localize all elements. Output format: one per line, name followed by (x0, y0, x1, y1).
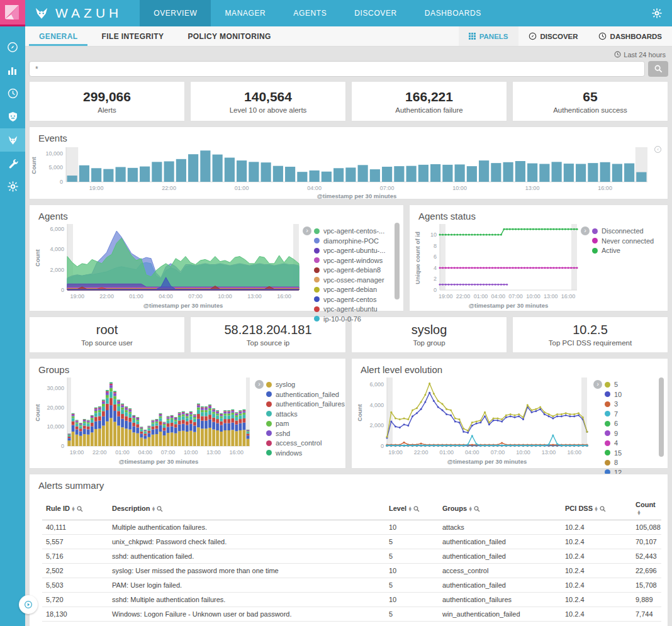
legend-toggle-icon[interactable]: › (255, 380, 264, 389)
kibana-logo[interactable] (0, 0, 25, 26)
tab-file-integrity[interactable]: FILE INTEGRITY (91, 26, 174, 46)
legend-item[interactable]: diamorphine-POC (314, 237, 385, 245)
legend-item[interactable]: 5 (605, 381, 622, 388)
nav-item-agents[interactable]: AGENTS (279, 0, 340, 26)
nav-item-dashboards[interactable]: DASHBOARDS (411, 0, 495, 26)
svg-text:07:00: 07:00 (188, 293, 203, 299)
legend-toggle-icon[interactable]: › (593, 380, 602, 389)
discover-button[interactable]: DISCOVER (518, 26, 588, 46)
sidebar-item-management[interactable] (0, 175, 25, 198)
column-search-icon[interactable] (474, 506, 480, 512)
legend-color-dot (266, 450, 272, 456)
sidebar-item-visualize[interactable] (0, 59, 25, 82)
sort-icon[interactable]: ▲▼ (152, 506, 156, 511)
table-cell: 52,443 (632, 549, 661, 564)
panel-title: Alerts summary (30, 474, 668, 491)
page: WAZUH OVERVIEW MANAGER AGENTS DISCOVER D… (0, 0, 672, 626)
column-header-description[interactable]: Description▲▼ (108, 498, 385, 520)
legend-item[interactable]: vpc-agent-ubuntu (314, 305, 385, 313)
column-search-icon[interactable] (413, 506, 420, 512)
search-button[interactable] (648, 61, 668, 77)
legend-item[interactable]: 10 (605, 391, 622, 398)
sort-icon[interactable]: ▲▼ (594, 506, 598, 511)
legend-item[interactable]: 15 (605, 449, 622, 457)
legend-item[interactable]: ip-10-0-0-76 (314, 315, 385, 323)
legend-item[interactable]: Never connected (592, 237, 654, 245)
settings-gear-button[interactable] (652, 8, 662, 18)
metric-value: 58.218.204.181 (224, 323, 311, 337)
groups-chart: 010,00020,00030,00019:0022:0001:0004:000… (33, 376, 255, 467)
column-header-pci-dss[interactable]: PCI DSS▲▼ (561, 498, 632, 520)
sidebar-item-dev-tools[interactable] (0, 152, 25, 175)
legend-item[interactable]: sshd (266, 430, 345, 437)
alerts-summary-table: Rule ID▲▼Description▲▼Level▲▼Groups▲▼PCI… (42, 498, 661, 626)
gear-icon (652, 8, 662, 18)
legend-item[interactable]: Active (592, 247, 654, 254)
sort-icon[interactable]: ▲▼ (468, 506, 473, 511)
legend-item[interactable]: 7 (605, 410, 622, 418)
legend-scrollbar[interactable] (659, 377, 664, 457)
legend-toggle-icon[interactable]: › (303, 226, 311, 235)
sort-icon[interactable]: ▲▼ (637, 510, 641, 515)
svg-text:2: 2 (434, 276, 437, 282)
legend-item[interactable]: vpc-agent-debian (314, 286, 385, 293)
kibana-sidebar (0, 0, 25, 626)
svg-text:13:00: 13:00 (206, 449, 221, 456)
sidebar-item-wazuh[interactable] (0, 128, 25, 152)
column-header-rule-id[interactable]: Rule ID▲▼ (42, 498, 108, 520)
legend-item[interactable]: 4 (605, 439, 622, 447)
sidebar-item-discover[interactable] (0, 35, 25, 59)
nav-item-overview[interactable]: OVERVIEW (140, 0, 211, 26)
table-cell: Windows: Logon Failure - Unknown user or… (108, 607, 385, 622)
events-panel: Events 05,00010,00019:0022:0001:0004:000… (29, 126, 668, 199)
metric-label: Top group (413, 339, 445, 347)
legend-item[interactable]: authentication_failures (266, 400, 345, 408)
column-search-icon[interactable] (157, 506, 163, 512)
legend-color-dot (266, 421, 272, 427)
legend-item[interactable]: 9 (605, 430, 622, 437)
legend-item[interactable]: access_control (266, 439, 345, 447)
app-title: WAZUH (55, 6, 122, 21)
dashboards-button[interactable]: DASHBOARDS (588, 26, 672, 46)
legend-toggle-icon[interactable]: › (581, 226, 590, 235)
legend-item[interactable]: vpc-agent-centos-... (314, 227, 385, 235)
sidebar-item-dashboard[interactable] (0, 82, 25, 105)
panels-button[interactable]: PANELS (459, 26, 518, 46)
sort-icon[interactable]: ▲▼ (408, 506, 412, 511)
legend-item[interactable]: authentication_failed (266, 391, 345, 398)
legend-scrollbar[interactable] (395, 223, 400, 299)
legend-item[interactable]: Disconnected (592, 227, 654, 235)
sidebar-item-timelion[interactable] (0, 105, 25, 128)
legend-item[interactable]: vpc-agent-ubuntu-... (314, 247, 385, 254)
legend-item[interactable]: vpc-agent-windows (314, 257, 385, 264)
metric-label: Authentication failure (395, 106, 462, 114)
clock-icon (8, 88, 18, 99)
legend-item[interactable]: attacks (266, 410, 345, 418)
svg-text:Count: Count (34, 249, 41, 266)
nav-item-discover[interactable]: DISCOVER (340, 0, 410, 26)
column-search-icon[interactable] (77, 506, 83, 512)
legend-item[interactable]: windows (266, 449, 345, 457)
legend-item[interactable]: vpc-agent-centos (314, 296, 385, 303)
tab-general[interactable]: GENERAL (29, 26, 87, 46)
time-range-label[interactable]: Last 24 hours (624, 51, 666, 59)
sort-icon[interactable]: ▲▼ (71, 506, 76, 511)
panel-options-icon[interactable]: ‹ (654, 146, 661, 153)
nav-item-manager[interactable]: MANAGER (211, 0, 279, 26)
legend-item[interactable]: vpc-agent-debian8 (314, 266, 385, 274)
legend-item[interactable]: syslog (266, 381, 345, 388)
column-header-level[interactable]: Level▲▼ (385, 498, 439, 520)
legend-item[interactable]: 8 (605, 459, 622, 466)
column-header-groups[interactable]: Groups▲▼ (439, 498, 561, 520)
sidebar-collapse-button[interactable] (19, 595, 38, 614)
search-input[interactable] (29, 61, 645, 77)
tab-policy-monitoring[interactable]: POLICY MONITORING (177, 26, 281, 46)
table-cell: 18,130 (42, 607, 108, 622)
table-cell: 9,889 (632, 593, 661, 607)
column-search-icon[interactable] (600, 506, 606, 512)
legend-item[interactable]: vpc-ossec-manager (314, 276, 385, 284)
legend-item[interactable]: pam (266, 420, 345, 427)
legend-item[interactable]: 3 (605, 400, 622, 408)
column-header-count[interactable]: Count▲▼ (632, 498, 661, 520)
legend-item[interactable]: 6 (605, 420, 622, 427)
